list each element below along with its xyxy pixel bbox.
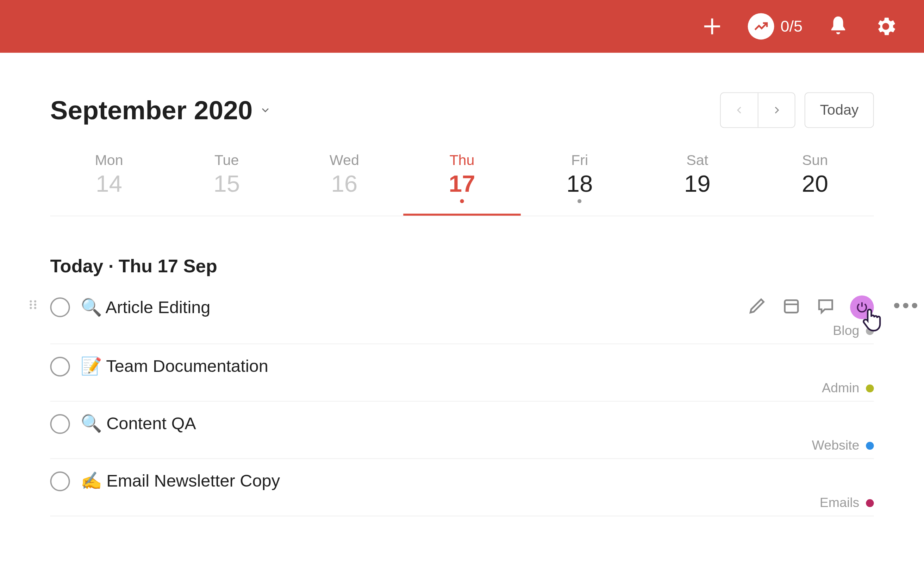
- task-title: 🔍 Content QA: [81, 413, 196, 434]
- prev-week-button[interactable]: [721, 93, 758, 127]
- day-number: 15: [168, 170, 286, 198]
- task-project-meta[interactable]: Blog: [50, 323, 874, 338]
- task-title: 🔍 Article Editing: [81, 297, 211, 318]
- task-item[interactable]: 🔍 Content QAWebsite: [50, 401, 874, 459]
- toggl-start-button[interactable]: [850, 295, 874, 319]
- project-color-dot: [866, 499, 874, 507]
- task-list: •••🔍 Article EditingBlog📝 Team Documenta…: [50, 291, 874, 516]
- comment-icon[interactable]: [816, 296, 836, 319]
- svg-point-5: [34, 300, 36, 302]
- today-button[interactable]: Today: [804, 92, 874, 128]
- task-title: ✍️ Email Newsletter Copy: [81, 471, 280, 491]
- main-content: September 2020 Today Mon14Tue15Wed16Thu: [0, 53, 924, 516]
- app-header: 0/5: [0, 0, 924, 53]
- project-color-dot: [866, 442, 874, 449]
- day-of-week-label: Tue: [168, 152, 286, 169]
- task-checkbox[interactable]: [50, 471, 70, 491]
- notifications-icon[interactable]: [827, 15, 850, 38]
- chevron-right-icon: [771, 104, 783, 116]
- day-number: 16: [286, 170, 403, 198]
- day-column-sat[interactable]: Sat19: [638, 147, 756, 216]
- day-number: 14: [50, 170, 168, 198]
- task-project-meta[interactable]: Admin: [50, 380, 874, 395]
- task-item[interactable]: •••🔍 Article EditingBlog: [50, 291, 874, 344]
- more-actions-icon[interactable]: •••: [893, 294, 920, 317]
- task-indicator-dot: [578, 199, 582, 203]
- add-icon[interactable]: [700, 15, 724, 38]
- day-column-mon[interactable]: Mon14: [50, 147, 168, 216]
- day-number: 19: [638, 170, 756, 198]
- day-of-week-label: Thu: [403, 152, 521, 169]
- day-of-week-label: Fri: [521, 152, 638, 169]
- day-column-fri[interactable]: Fri18: [521, 147, 638, 216]
- month-picker[interactable]: September 2020: [50, 95, 271, 125]
- project-color-dot: [866, 384, 874, 392]
- week-nav-buttons: Today: [720, 92, 874, 128]
- svg-rect-8: [785, 300, 798, 313]
- week-nav-pair: [720, 92, 795, 128]
- productivity-count: 0/5: [781, 17, 803, 35]
- task-project-meta[interactable]: Emails: [50, 495, 874, 511]
- day-number: 17: [403, 170, 521, 198]
- productivity-button[interactable]: 0/5: [748, 13, 803, 39]
- task-item[interactable]: 📝 Team DocumentationAdmin: [50, 344, 874, 401]
- day-of-week-label: Sun: [756, 152, 874, 169]
- day-column-tue[interactable]: Tue15: [168, 147, 286, 216]
- day-strip: Mon14Tue15Wed16Thu17Fri18Sat19Sun20: [50, 147, 874, 216]
- project-label: Website: [812, 438, 859, 453]
- project-color-dot: [866, 327, 874, 335]
- svg-point-6: [34, 304, 36, 306]
- task-item[interactable]: ✍️ Email Newsletter CopyEmails: [50, 459, 874, 516]
- day-number: 18: [521, 170, 638, 198]
- task-hover-actions: [747, 295, 874, 319]
- svg-point-7: [34, 307, 36, 309]
- day-of-week-label: Wed: [286, 152, 403, 169]
- task-checkbox[interactable]: [50, 414, 70, 434]
- month-title: September 2020: [50, 95, 252, 125]
- productivity-chart-icon: [748, 13, 774, 39]
- day-column-wed[interactable]: Wed16: [286, 147, 403, 216]
- project-label: Admin: [822, 380, 859, 395]
- svg-point-4: [29, 307, 32, 309]
- task-checkbox[interactable]: [50, 297, 70, 317]
- day-number: 20: [756, 170, 874, 198]
- day-column-thu[interactable]: Thu17: [403, 147, 521, 216]
- day-of-week-label: Sat: [638, 152, 756, 169]
- task-indicator-dot: [460, 199, 464, 203]
- task-project-meta[interactable]: Website: [50, 438, 874, 453]
- project-label: Emails: [820, 495, 859, 511]
- next-week-button[interactable]: [758, 93, 795, 127]
- project-label: Blog: [833, 323, 859, 338]
- chevron-down-icon: [259, 104, 271, 116]
- month-navigation-row: September 2020 Today: [50, 92, 874, 128]
- day-of-week-label: Mon: [50, 152, 168, 169]
- edit-icon[interactable]: [747, 296, 767, 319]
- day-column-sun[interactable]: Sun20: [756, 147, 874, 216]
- drag-handle-icon[interactable]: [26, 298, 39, 314]
- chevron-left-icon: [733, 104, 745, 116]
- task-title: 📝 Team Documentation: [81, 356, 268, 376]
- task-checkbox[interactable]: [50, 356, 70, 376]
- settings-icon[interactable]: [874, 15, 898, 38]
- today-button-label: Today: [820, 102, 858, 119]
- svg-point-3: [29, 304, 32, 306]
- section-header: Today · Thu 17 Sep: [50, 256, 874, 277]
- schedule-icon[interactable]: [781, 296, 801, 319]
- svg-point-2: [29, 300, 32, 302]
